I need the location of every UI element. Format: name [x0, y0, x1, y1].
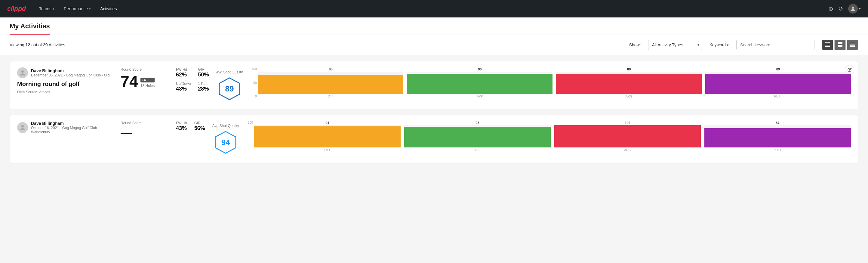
holes-text: 18 Holes	[141, 84, 155, 88]
user-name-2: Dave Billingham	[31, 121, 114, 126]
user-name: Dave Billingham	[31, 68, 110, 73]
two-col-stats-2: FW Hit 43% GIR 56%	[176, 121, 205, 132]
performance-chevron-icon: ▾	[89, 7, 91, 10]
nav-activities[interactable]: Activities	[97, 4, 120, 13]
bar-putt-label-2: PUTT	[774, 148, 781, 152]
avg-shot-quality-label-2: Avg Shot Quality	[212, 124, 239, 128]
bar-ott-2: 94 OTT	[254, 121, 401, 152]
shot-quality-left: Avg Shot Quality 89	[216, 70, 243, 101]
nav-performance[interactable]: Performance ▾	[60, 4, 94, 13]
bar-arg-label: ARG	[626, 95, 632, 98]
bar-app-fill-2	[404, 127, 551, 147]
score-number: 74	[121, 74, 138, 89]
stat-col-right: GIR 50% 1 Putt 28%	[198, 67, 209, 92]
avatar-button[interactable]: ▾	[848, 4, 861, 13]
grid-view-button[interactable]	[834, 40, 846, 50]
shot-quality-section-2: Avg Shot Quality 94 100	[212, 121, 851, 157]
card-user-info: Dave Billingham December 05, 2021 - Gog …	[17, 67, 114, 94]
svg-rect-2	[825, 45, 830, 46]
keywords-label: Keywords:	[710, 42, 729, 47]
view-toggle-group	[822, 40, 858, 50]
avatar-chevron-icon: ▾	[859, 7, 861, 11]
bar-app-value: 90	[478, 67, 482, 71]
bar-app-fill	[407, 74, 553, 94]
round-score-section-2: Round Score —	[121, 121, 169, 139]
y-label-50: 50	[253, 81, 256, 85]
user-row-2: Dave Billingham October 16, 2021 - Gog M…	[17, 121, 114, 134]
hexagon-score-display: 89	[217, 77, 242, 101]
activity-type-dropdown-wrapper: All Activity Types ▾	[648, 40, 702, 50]
activities-list: Dave Billingham December 05, 2021 - Gog …	[0, 55, 868, 169]
bar-chart-2: 100 94 OTT 93	[245, 121, 851, 157]
round-score-label-2: Round Score	[121, 121, 169, 125]
svg-rect-10	[850, 45, 855, 46]
hexagon-score-display-2: 94	[214, 130, 238, 154]
hexagon-score-value-2: 94	[221, 138, 230, 147]
svg-rect-1	[825, 43, 830, 44]
updown-stat: Up/Down 43%	[176, 82, 191, 92]
svg-rect-5	[840, 42, 842, 44]
user-date-2: October 16, 2021 - Gog Magog Golf Club -…	[31, 126, 114, 134]
y-label-100-2: 100	[248, 121, 253, 124]
stat-col-left-2: FW Hit 43%	[176, 121, 187, 132]
gir-stat: GIR 50%	[198, 67, 209, 78]
round-score-label: Round Score	[121, 67, 169, 71]
filter-bar: Viewing 12 out of 29 Activities Show: Al…	[0, 35, 868, 55]
round-score-section: Round Score 74 +4 18 Holes	[121, 67, 169, 89]
y-label-0: 0	[255, 95, 257, 98]
show-label: Show:	[629, 42, 641, 47]
bar-ott-fill-2	[254, 126, 401, 147]
user-details-2: Dave Billingham October 16, 2021 - Gog M…	[31, 121, 114, 134]
bar-ott-fill	[258, 75, 404, 94]
user-details: Dave Billingham December 05, 2021 - Gog …	[31, 68, 110, 77]
svg-rect-6	[838, 45, 840, 47]
shot-quality-section: Avg Shot Quality 89 100 50	[216, 67, 851, 104]
bar-putt-value: 89	[776, 67, 780, 71]
refresh-icon[interactable]: ↺	[838, 5, 843, 12]
bar-ott-label-2: OTT	[324, 148, 330, 152]
teams-chevron-icon: ▾	[53, 7, 54, 10]
stat-col-right-2: GIR 56%	[194, 121, 205, 132]
bar-putt-2: 87 PUTT	[704, 121, 851, 152]
bar-putt-value-2: 87	[776, 121, 779, 124]
y-label-100: 100	[252, 67, 257, 71]
logo: clippd	[7, 5, 26, 12]
bar-ott-value-2: 94	[326, 121, 329, 124]
bar-ott-value: 85	[329, 67, 332, 71]
add-icon[interactable]: ⊕	[828, 5, 833, 12]
round-score-row-2: —	[121, 127, 169, 139]
svg-rect-11	[850, 46, 855, 47]
hexagon-score-value: 89	[225, 84, 234, 94]
card-user-info-2: Dave Billingham October 16, 2021 - Gog M…	[17, 121, 114, 137]
search-input[interactable]	[736, 40, 814, 50]
page-title: My Activities	[10, 22, 50, 35]
two-col-stats: FW Hit 62% Up/Down 43% GIR 50% 1 Putt 28…	[176, 67, 209, 92]
bar-arg: 89 ARG	[556, 67, 702, 98]
user-avatar-2	[17, 122, 28, 133]
bar-app-value-2: 93	[475, 121, 479, 124]
bar-app: 90 APP	[407, 67, 553, 98]
main-header: clippd Teams ▾ Performance ▾ Activities …	[0, 0, 868, 18]
avg-shot-quality-label: Avg Shot Quality	[216, 70, 243, 74]
activity-type-dropdown[interactable]: All Activity Types	[648, 40, 702, 50]
bar-arg-fill-2	[554, 125, 701, 147]
bar-putt-fill-2	[704, 128, 851, 147]
nav-teams[interactable]: Teams ▾	[35, 4, 58, 13]
bar-ott: 85 OTT	[258, 67, 404, 98]
activity-card-2: Dave Billingham October 16, 2021 - Gog M…	[10, 115, 858, 164]
round-score-row: 74 +4 18 Holes	[121, 74, 169, 89]
activity-card: Dave Billingham December 05, 2021 - Gog …	[10, 61, 858, 110]
avatar	[848, 4, 858, 13]
bar-arg-label-2: ARG	[624, 148, 631, 152]
stat-col-left: FW Hit 62% Up/Down 43%	[176, 67, 191, 92]
user-row: Dave Billingham December 05, 2021 - Gog …	[17, 67, 114, 78]
hexagon-container-2: 94	[212, 130, 239, 154]
shot-quality-left-2: Avg Shot Quality 94	[212, 124, 239, 154]
gir-stat-2: GIR 56%	[194, 121, 205, 132]
compact-view-button[interactable]	[847, 40, 858, 50]
svg-rect-8	[850, 43, 855, 43]
svg-rect-4	[838, 42, 840, 44]
oneputt-stat: 1 Putt 28%	[198, 82, 209, 92]
list-view-button[interactable]	[822, 40, 833, 50]
viewing-count-text: Viewing 12 out of 29 Activities	[10, 42, 622, 47]
